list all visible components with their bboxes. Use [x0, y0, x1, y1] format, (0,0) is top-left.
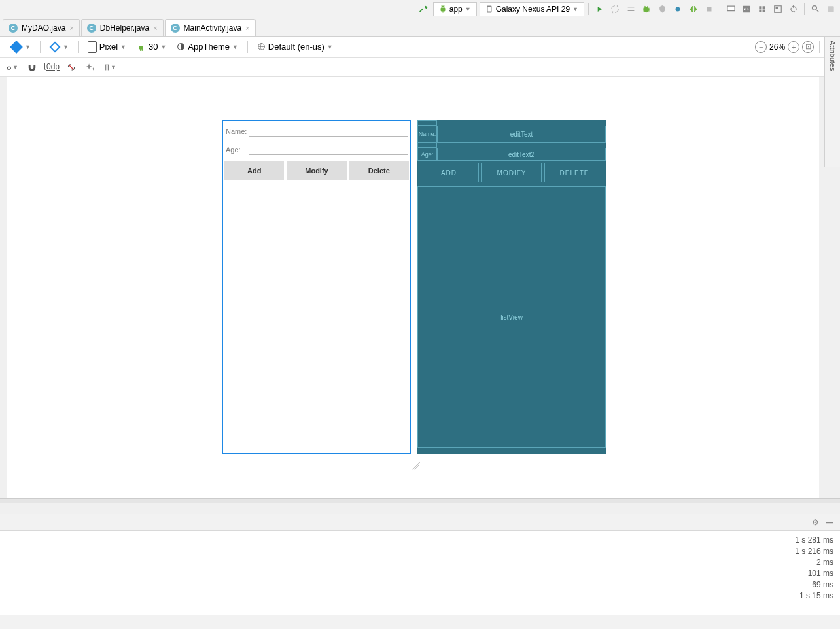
design-canvas[interactable]: Name: Age: Add Modify Delete Name: editT…	[7, 77, 819, 498]
class-icon: C	[171, 24, 180, 33]
name-label: Name:	[226, 128, 249, 135]
log-line: 2 ms	[7, 557, 833, 568]
sdk-manager-icon[interactable]	[740, 3, 753, 16]
default-margins-dropdown[interactable]: ⌊ 0dp	[46, 61, 58, 73]
attributes-panel-tab[interactable]: Attributes	[824, 37, 840, 167]
log-line: 69 ms	[7, 579, 833, 590]
svg-rect-9	[105, 64, 106, 70]
magnet-icon[interactable]	[26, 61, 38, 73]
log-line: 1 s 216 ms	[7, 546, 833, 557]
name-input[interactable]	[249, 126, 408, 137]
stop-icon[interactable]	[703, 3, 716, 16]
run-icon[interactable]	[593, 3, 606, 16]
svg-rect-2	[727, 7, 734, 10]
coverage-icon[interactable]	[656, 3, 669, 16]
attach-debugger-icon[interactable]	[687, 3, 700, 16]
resize-handle[interactable]	[411, 460, 421, 471]
log-line: 1 s 15 ms	[7, 590, 833, 602]
device-label: Galaxy Nexus API 29	[496, 5, 570, 14]
profiler-icon[interactable]	[671, 3, 684, 16]
zoom-in-icon[interactable]: +	[788, 41, 799, 53]
resource-manager-icon[interactable]	[756, 3, 769, 16]
bp-button-row: ADD MODIFY DELETE	[417, 161, 606, 184]
modify-button[interactable]: Modify	[287, 162, 346, 180]
bp-delete-button[interactable]: DELETE	[544, 163, 604, 182]
status-bar	[0, 615, 840, 629]
avd-manager-icon[interactable]	[724, 3, 737, 16]
settings-icon[interactable]: ⚙	[812, 518, 819, 527]
apply-changes-icon[interactable]	[608, 3, 621, 16]
bp-modify-button[interactable]: MODIFY	[481, 163, 542, 182]
guidelines-dropdown[interactable]: ▼	[105, 61, 116, 73]
tab-mainactivity[interactable]: C MainActivity.java ×	[165, 19, 256, 36]
svg-rect-0	[707, 7, 712, 11]
blueprint-preview[interactable]: Name: editText Age: editText2 ADD MODIFY…	[417, 120, 606, 454]
age-row: Age:	[223, 139, 410, 158]
delete-button[interactable]: Delete	[349, 162, 409, 180]
bp-edittext1[interactable]: editText	[437, 126, 606, 143]
design-surface-dropdown[interactable]: ▼	[7, 39, 35, 55]
locale-label: Default (en-us)	[268, 42, 324, 52]
view-options-dropdown[interactable]: ▼	[7, 61, 18, 73]
tab-label: DbHelper.java	[100, 24, 149, 33]
main-toolbar: app ▼ Galaxy Nexus API 29 ▼	[0, 0, 840, 18]
tab-dbhelper[interactable]: C DbHelper.java ×	[81, 19, 164, 36]
sync-icon[interactable]	[787, 3, 800, 16]
design-preview[interactable]: Name: Age: Add Modify Delete	[222, 120, 411, 454]
orientation-dropdown[interactable]: ▼	[46, 39, 73, 55]
device-type-dropdown[interactable]: Pixel ▼	[84, 39, 130, 55]
theme-dropdown[interactable]: AppTheme ▼	[173, 39, 242, 55]
globe-icon	[257, 42, 266, 51]
log-line: 101 ms	[7, 568, 833, 579]
age-input[interactable]	[249, 144, 408, 155]
add-button[interactable]: Add	[224, 162, 284, 180]
bp-spacer	[417, 120, 437, 126]
theme-label: AppTheme	[188, 42, 230, 52]
infer-constraints-icon[interactable]	[85, 61, 97, 73]
api-label: 30	[149, 42, 158, 52]
zoom-label: 26%	[769, 42, 785, 52]
bp-spacer	[417, 143, 437, 148]
svg-rect-6	[828, 6, 833, 12]
attributes-label: Attributes	[829, 37, 837, 71]
phone-icon	[88, 41, 97, 53]
panel-divider[interactable]	[0, 498, 840, 503]
bp-edittext2[interactable]: editText2	[437, 148, 606, 161]
bp-name-label: Name:	[417, 126, 437, 143]
layout-inspector-icon[interactable]	[771, 3, 784, 16]
search-icon[interactable]	[809, 3, 822, 16]
bottom-panel-toolbar: ⚙ —	[0, 514, 840, 531]
build-log: 1 s 281 ms 1 s 216 ms 2 ms 101 ms 69 ms …	[0, 531, 840, 615]
name-row: Name:	[223, 121, 410, 139]
editor-tabs: C MyDAO.java × C DbHelper.java × C MainA…	[0, 18, 840, 37]
tab-mydao[interactable]: C MyDAO.java ×	[3, 19, 80, 36]
bp-listview[interactable]: listView	[417, 186, 606, 448]
log-line: 1 s 281 ms	[7, 535, 833, 546]
margin-label: 0dp	[46, 62, 60, 71]
apply-code-icon[interactable]	[624, 3, 637, 16]
clear-constraints-icon[interactable]	[65, 61, 77, 73]
bp-add-button[interactable]: ADD	[419, 163, 479, 182]
hammer-icon[interactable]	[417, 3, 430, 16]
settings-toolbar-icon[interactable]	[824, 3, 837, 16]
run-config-dropdown[interactable]: app ▼	[433, 2, 477, 16]
zoom-out-icon[interactable]: −	[755, 41, 767, 53]
device-type-label: Pixel	[99, 42, 118, 52]
tab-label: MainActivity.java	[184, 24, 241, 33]
class-icon: C	[87, 24, 96, 33]
theme-icon	[177, 42, 185, 51]
svg-rect-10	[108, 64, 109, 70]
locale-dropdown[interactable]: Default (en-us) ▼	[253, 39, 337, 55]
close-icon[interactable]: ×	[245, 24, 249, 32]
debug-icon[interactable]	[640, 3, 653, 16]
device-dropdown[interactable]: Galaxy Nexus API 29 ▼	[480, 2, 584, 16]
minimize-icon[interactable]: —	[826, 518, 833, 527]
button-row: Add Modify Delete	[223, 158, 410, 184]
run-config-label: app	[449, 5, 463, 14]
bp-age-label: Age:	[417, 148, 437, 161]
close-icon[interactable]: ×	[153, 24, 157, 32]
close-icon[interactable]: ×	[69, 24, 73, 32]
zoom-fit-icon[interactable]: ⊡	[802, 41, 814, 53]
design-toolbar-2: ▼ ⌊ 0dp ▼	[0, 58, 840, 77]
api-dropdown[interactable]: 30 ▼	[133, 39, 170, 55]
